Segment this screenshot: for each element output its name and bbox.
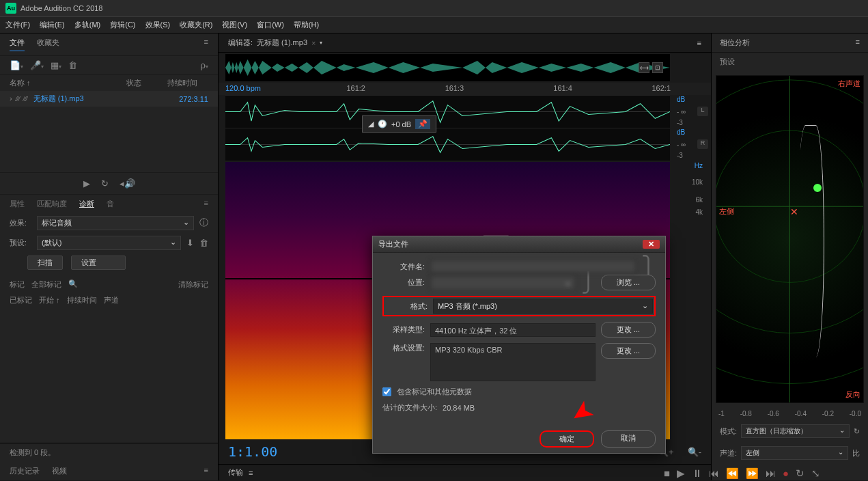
search-input-icon[interactable]: ρ▾ bbox=[201, 60, 208, 70]
close-button[interactable]: ✕ bbox=[643, 240, 660, 249]
refresh-icon[interactable]: ↻ bbox=[854, 427, 860, 436]
track-label: 声道: bbox=[720, 448, 737, 458]
tab-properties[interactable]: 属性 bbox=[10, 199, 25, 209]
overview-waveform[interactable]: ⟷ ⊡ bbox=[225, 54, 670, 81]
play-icon[interactable]: ▶ bbox=[83, 178, 90, 189]
editor-label: 编辑器: bbox=[228, 38, 253, 48]
loop-icon[interactable]: ↻ bbox=[101, 178, 109, 189]
menu-file[interactable]: 文件(F) bbox=[5, 20, 30, 30]
editor-filename: 无标题 (1).mp3 bbox=[257, 38, 307, 48]
volume-db[interactable]: +0 dB bbox=[391, 120, 411, 128]
skip-sel-button[interactable]: ⤡ bbox=[811, 467, 820, 480]
multitrack-icon[interactable]: ▦▾ bbox=[51, 60, 61, 70]
autoplay-icon[interactable]: ◂🔊 bbox=[120, 178, 135, 189]
menu-multitrack[interactable]: 多轨(M) bbox=[74, 20, 101, 30]
search-icon[interactable]: 🔍 bbox=[68, 279, 78, 290]
fmtset-display: MP3 320 Kbps CBR bbox=[430, 343, 596, 381]
save-preset-icon[interactable]: ⬇ bbox=[186, 238, 194, 248]
menu-clip[interactable]: 剪辑(C) bbox=[110, 20, 135, 30]
menu-favorites[interactable]: 收藏夹(R) bbox=[180, 20, 212, 30]
scan-button[interactable]: 扫描 bbox=[27, 256, 63, 270]
tab-audio[interactable]: 音 bbox=[107, 199, 114, 209]
time-ruler[interactable]: 120.0 bpm 161:2 161:3 161:4 162:1 ∩ bbox=[219, 83, 711, 95]
record-icon[interactable]: 🎤▾ bbox=[30, 60, 44, 70]
col-duration[interactable]: 持续时间 bbox=[167, 78, 208, 88]
estimate-value: 20.84 MB bbox=[443, 404, 475, 412]
panel-menu-icon[interactable]: ≡ bbox=[697, 39, 701, 47]
cancel-button[interactable]: 取消 bbox=[601, 430, 656, 448]
delete-preset-icon[interactable]: 🗑 bbox=[199, 238, 208, 248]
tab-loudness[interactable]: 匹配响度 bbox=[37, 199, 67, 209]
browse-button[interactable]: 浏览 ... bbox=[601, 275, 656, 290]
sample-display: 44100 Hz 立体声，32 位 bbox=[430, 323, 596, 337]
col-status[interactable]: 状态 bbox=[126, 78, 167, 88]
location-select[interactable]: ⌄ bbox=[430, 275, 576, 290]
file-name: 无标题 (1).mp3 bbox=[33, 94, 84, 102]
col-duration-m: 持续时间 bbox=[67, 295, 97, 305]
preset-select[interactable]: (默认)⌄ bbox=[37, 236, 181, 250]
mode-select[interactable]: 直方图（日志缩放）⌄ bbox=[741, 424, 850, 438]
pause-button[interactable]: ⏸ bbox=[692, 467, 702, 480]
panel-menu-icon[interactable]: ≡ bbox=[856, 38, 860, 46]
skip-end-button[interactable]: ⏭ bbox=[766, 467, 776, 480]
menu-view[interactable]: 视图(V) bbox=[222, 20, 247, 30]
change-sample-button[interactable]: 更改 ... bbox=[601, 322, 656, 338]
effect-select[interactable]: 标记音频⌄ bbox=[37, 216, 194, 230]
rewind-button[interactable]: ⏪ bbox=[726, 467, 739, 480]
dialog-title: 导出文件 bbox=[378, 239, 408, 249]
transfer-label: 传输 bbox=[228, 467, 243, 478]
info-icon[interactable]: ⓘ bbox=[199, 217, 208, 229]
clear-markers[interactable]: 清除标记 bbox=[178, 279, 208, 290]
settings-button[interactable]: 设置 bbox=[71, 256, 126, 270]
zoom-out-icon[interactable]: 🔍- bbox=[688, 447, 701, 457]
tab-favorites[interactable]: 收藏夹 bbox=[37, 38, 59, 51]
tab-files[interactable]: 文件 bbox=[10, 38, 25, 51]
tab-history[interactable]: 历史记录 bbox=[10, 466, 40, 476]
pin-icon[interactable]: 📌 bbox=[415, 119, 430, 129]
location-label: 位置: bbox=[382, 277, 425, 288]
fade-icon[interactable]: ◢ bbox=[368, 120, 374, 128]
ok-button[interactable]: 确定 bbox=[540, 430, 594, 448]
file-row[interactable]: › ⫻⫻无标题 (1).mp3 272:3.11 bbox=[0, 91, 218, 107]
zoom-sel-icon[interactable]: ⊡ bbox=[652, 62, 663, 73]
format-select[interactable]: MP3 音频 (*.mp3)⌄ bbox=[433, 299, 653, 314]
tab-diagnostics[interactable]: 诊断 bbox=[79, 199, 94, 209]
preset-label: 预设 bbox=[712, 53, 868, 71]
phase-cross-icon: ✕ bbox=[790, 206, 798, 217]
tab-marker[interactable]: 标记 bbox=[10, 279, 25, 290]
panel-menu-icon[interactable]: ≡ bbox=[204, 466, 208, 476]
time-display[interactable]: 1:1.00 bbox=[228, 443, 277, 460]
phase-right-label: 右声道 bbox=[838, 79, 860, 89]
panel-menu-icon[interactable]: ≡ bbox=[249, 469, 253, 477]
channel-l-button[interactable]: L bbox=[697, 107, 708, 116]
tab-all-markers[interactable]: 全部标记 bbox=[31, 279, 61, 290]
clock-icon[interactable]: 🕐 bbox=[378, 120, 387, 128]
filename-input[interactable] bbox=[430, 260, 636, 273]
play-button[interactable]: ▶ bbox=[677, 467, 685, 480]
volume-overlay[interactable]: ◢ 🕐 +0 dB 📌 bbox=[362, 115, 436, 133]
tab-video[interactable]: 视频 bbox=[52, 466, 67, 476]
export-dialog: 导出文件 ✕ 文件名: ⎫ 位置: ⌄ ⎭ 浏览 ... 格式: MP3 音频 … bbox=[372, 236, 666, 454]
stop-button[interactable]: ■ bbox=[664, 467, 670, 480]
fmtset-label: 格式设置: bbox=[382, 343, 425, 353]
track-select[interactable]: 左侧⌄ bbox=[741, 446, 848, 460]
bpm-display[interactable]: 120.0 bpm bbox=[225, 84, 288, 94]
zoom-handle-icon[interactable]: ⟷ bbox=[639, 62, 649, 73]
trash-icon[interactable]: 🗑 bbox=[68, 60, 77, 70]
menu-window[interactable]: 窗口(W) bbox=[257, 20, 284, 30]
panel-menu-icon[interactable]: ≡ bbox=[204, 199, 208, 209]
col-name[interactable]: 名称 ↑ bbox=[10, 78, 126, 88]
skip-start-button[interactable]: ⏮ bbox=[709, 467, 719, 480]
record-button[interactable]: ● bbox=[783, 467, 789, 480]
waveform-main[interactable]: dB - ∞ -3 L dB - ∞ -3 R ◢ 🕐 +0 dB 📌 bbox=[225, 95, 670, 161]
menu-effects[interactable]: 效果(S) bbox=[145, 20, 171, 30]
menu-help[interactable]: 帮助(H) bbox=[294, 20, 319, 30]
loop-button[interactable]: ↻ bbox=[796, 467, 804, 480]
channel-r-button[interactable]: R bbox=[697, 139, 708, 149]
file-open-icon[interactable]: 📄▾ bbox=[10, 60, 23, 70]
change-fmt-button[interactable]: 更改 ... bbox=[601, 343, 656, 359]
menu-edit[interactable]: 编辑(E) bbox=[40, 20, 65, 30]
forward-button[interactable]: ⏩ bbox=[746, 467, 759, 480]
panel-menu-icon[interactable]: ≡ bbox=[204, 38, 208, 51]
include-meta-checkbox[interactable] bbox=[382, 387, 391, 396]
